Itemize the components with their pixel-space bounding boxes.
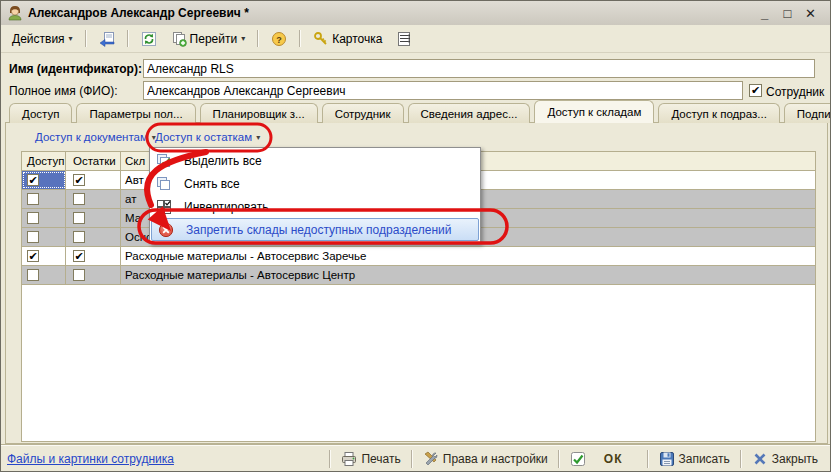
employee-card-window: Александров Александр Сергеевич * _ □ ✕ … — [0, 0, 831, 472]
warehouse-name-cell[interactable]: Расходные материалы - Автосервис Заречье — [121, 247, 815, 265]
balances-checkbox[interactable] — [73, 269, 85, 281]
column-header-access[interactable]: Доступ — [22, 152, 66, 170]
window-title: Александров Александр Сергеевич * — [28, 6, 249, 20]
name-label: Имя (идентификатор): — [9, 62, 142, 76]
balances-access-menu-button[interactable]: Доступ к остаткам ▾ — [155, 131, 260, 143]
balances-checkbox[interactable] — [73, 212, 85, 224]
balances-checkbox[interactable] — [73, 193, 85, 205]
warehouse-name-cell[interactable]: Расходные материалы - Автосервис Центр — [121, 266, 815, 284]
new-window-icon — [171, 31, 187, 47]
footer-divider — [1, 444, 830, 445]
employee-checkbox[interactable]: ✔ — [749, 84, 762, 97]
documents-access-label: Доступ к документам — [35, 131, 148, 143]
footer-separator — [647, 450, 649, 468]
table-row: ✔ ✔ Расходные материалы - Автосервис Зар… — [22, 247, 815, 266]
menu-item-clear-all[interactable]: Снять все — [150, 172, 480, 195]
save-icon — [659, 451, 675, 467]
balances-cell[interactable] — [66, 209, 121, 227]
table-row: Расходные материалы - Автосервис Центр — [22, 266, 815, 285]
list-icon — [396, 31, 412, 47]
goto-label: Перейти — [190, 32, 238, 46]
menu-item-forbid-warehouses[interactable]: Запретить склады недоступных подразделен… — [151, 218, 479, 241]
tab-user-params[interactable]: Параметры пол... — [76, 103, 195, 123]
settings-list-button[interactable] — [391, 28, 417, 50]
actions-menu-button[interactable]: Действия ▾ — [7, 29, 78, 49]
balances-cell[interactable] — [66, 190, 121, 208]
access-checkbox[interactable] — [27, 231, 39, 243]
access-cell[interactable] — [22, 266, 66, 284]
tab-address-info[interactable]: Сведения адрес... — [408, 103, 531, 123]
tab-employee[interactable]: Сотрудник — [322, 103, 404, 123]
card-button[interactable]: Карточка — [308, 28, 387, 50]
balances-cell[interactable]: ✔ — [66, 171, 121, 189]
access-cell[interactable] — [22, 228, 66, 246]
toolbar-separator — [299, 30, 301, 47]
balances-access-label: Доступ к остаткам — [155, 131, 252, 143]
toolbar-separator — [127, 30, 129, 47]
balances-checkbox[interactable]: ✔ — [73, 174, 85, 186]
ok-check-icon — [570, 451, 586, 467]
svg-text:?: ? — [276, 34, 282, 44]
window-controls: _ □ ✕ — [757, 6, 830, 21]
column-header-balances[interactable]: Остатки — [66, 152, 121, 170]
fullname-label: Полное имя (ФИО): — [9, 84, 118, 98]
fullname-input[interactable] — [143, 81, 743, 100]
access-cell[interactable]: ✔ — [22, 247, 66, 265]
print-icon — [341, 451, 357, 467]
documents-access-menu-button[interactable]: Доступ к документам ▾ — [35, 131, 156, 143]
access-checkbox[interactable] — [27, 269, 39, 281]
tab-access[interactable]: Доступ — [9, 103, 72, 123]
access-checkbox[interactable]: ✔ — [27, 174, 39, 186]
goto-menu-button[interactable]: Перейти ▾ — [166, 28, 251, 50]
footer-separator — [329, 450, 331, 468]
files-and-pictures-link[interactable]: Файлы и картинки сотрудника — [7, 452, 174, 466]
refresh-button[interactable] — [136, 28, 162, 50]
toolbar: Действия ▾ — [1, 25, 830, 53]
rights-and-settings-button[interactable]: Права и настройки — [417, 449, 554, 469]
reread-button[interactable] — [94, 28, 120, 50]
balances-cell[interactable] — [66, 228, 121, 246]
minimize-button[interactable]: _ — [757, 6, 772, 21]
ok-button[interactable]: ОК — [564, 449, 643, 469]
chevron-down-icon: ▾ — [69, 34, 73, 43]
help-icon: ? — [271, 31, 287, 47]
balances-checkbox[interactable]: ✔ — [73, 250, 85, 262]
close-button[interactable]: ✕ — [803, 6, 818, 21]
menu-item-invert[interactable]: Инвертировать — [150, 195, 480, 218]
print-button[interactable]: Печать — [335, 449, 406, 469]
close-x-icon — [752, 451, 768, 467]
footer-separator — [740, 450, 742, 468]
key-icon — [313, 31, 329, 47]
access-checkbox[interactable] — [27, 193, 39, 205]
access-cell[interactable] — [22, 190, 66, 208]
card-label: Карточка — [332, 32, 382, 46]
chevron-down-icon: ▾ — [256, 133, 260, 142]
tab-department-access[interactable]: Доступ к подраз... — [658, 103, 779, 123]
balances-cell[interactable] — [66, 266, 121, 284]
toolbar-separator — [257, 30, 259, 47]
footer-separator — [558, 450, 560, 468]
tab-warehouse-access[interactable]: Доступ к складам — [534, 100, 654, 123]
name-input[interactable] — [143, 59, 815, 78]
balances-checkbox[interactable] — [73, 231, 85, 243]
chevron-down-icon: ▾ — [241, 34, 245, 43]
forbid-icon — [158, 222, 174, 238]
access-checkbox[interactable] — [27, 212, 39, 224]
save-button[interactable]: Записать — [653, 449, 736, 469]
help-button[interactable]: ? — [266, 28, 292, 50]
invert-icon — [156, 199, 172, 215]
close-form-button[interactable]: Закрыть — [746, 449, 824, 469]
select-all-icon — [156, 153, 172, 169]
footer-bar: Файлы и картинки сотрудника Печать Права… — [1, 446, 830, 472]
access-checkbox[interactable]: ✔ — [27, 250, 39, 262]
maximize-button[interactable]: □ — [780, 6, 795, 21]
tab-scheduler[interactable]: Планировщик з... — [200, 103, 318, 123]
balances-access-dropdown-menu: Выделить все Снять все Инвертировать — [149, 147, 481, 244]
tab-signatures[interactable]: Подписи — [784, 103, 831, 123]
balances-cell[interactable]: ✔ — [66, 247, 121, 265]
footer-buttons: Печать Права и настройки ОК — [327, 449, 824, 469]
menu-item-select-all[interactable]: Выделить все — [150, 149, 480, 172]
access-cell[interactable] — [22, 209, 66, 227]
tools-icon — [423, 451, 439, 467]
access-cell[interactable]: ✔ — [22, 171, 66, 189]
